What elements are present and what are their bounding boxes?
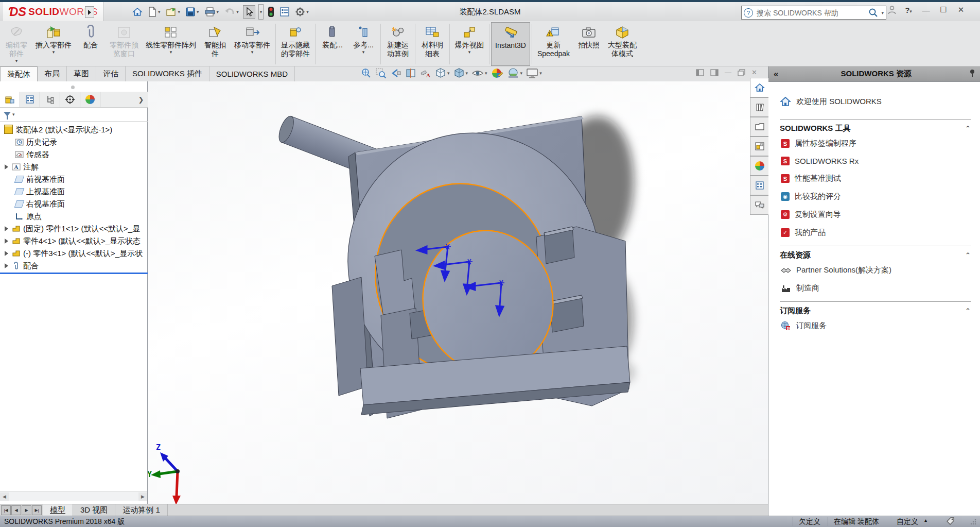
ribbon-edit-component[interactable]: 编辑零部件▾ (1, 22, 32, 66)
edit-appearance-button[interactable] (491, 67, 503, 79)
tab-sketch[interactable]: 草图 (67, 66, 96, 81)
expander-icon[interactable] (5, 263, 8, 268)
tab-configuration-manager[interactable] (40, 92, 60, 107)
tab-model[interactable]: 模型 (43, 504, 73, 516)
ribbon-insert-component[interactable]: 插入零部件▾ (32, 22, 75, 66)
ribbon-large-assembly-mode[interactable]: 大型装配体模式 (604, 22, 640, 66)
maximize-button[interactable]: ☐ (938, 5, 949, 14)
link-solidworks-rx[interactable]: SSOLIDWORKS Rx (781, 157, 971, 165)
tag-icon[interactable] (946, 517, 955, 527)
link-compare-my-score[interactable]: ◉比较我的评分 (781, 192, 971, 201)
link-performance-benchmark[interactable]: S性能基准测试 (781, 174, 971, 183)
panel-tabs-overflow[interactable]: ❯ (134, 92, 148, 107)
ribbon-component-preview[interactable]: 零部件预览窗口 (106, 22, 142, 66)
document-minimize-icon[interactable]: — (725, 69, 731, 76)
collapse-chevron-icon[interactable]: ⌃ (965, 307, 971, 315)
panel-collapse-handle[interactable] (71, 86, 75, 89)
welcome-link[interactable]: 欢迎使用 SOLIDWORKS (780, 96, 971, 107)
display-style-button[interactable]: ▾ (453, 67, 468, 79)
nav-prev-icon[interactable]: ◀ (11, 505, 21, 515)
scroll-left-icon[interactable]: ◀ (0, 492, 9, 501)
hide-show-caret[interactable]: ▾ (485, 71, 487, 76)
view-settings-caret[interactable]: ▾ (539, 71, 542, 76)
tree-item-front-plane[interactable]: 前视基准面 (0, 173, 148, 185)
tree-item-top-plane[interactable]: 上视基准面 (0, 185, 148, 198)
ribbon-linear-pattern[interactable]: 线性零部件阵列▾ (142, 22, 200, 66)
link-partner-solutions[interactable]: Partner Solutions(解决方案) (781, 265, 971, 275)
minimize-button[interactable]: — (921, 6, 931, 14)
tab-custom-properties[interactable] (750, 176, 768, 195)
link-subscription-services[interactable]: SW 订阅服务 (781, 321, 971, 331)
ribbon-reference-geometry[interactable]: 参考...▾ (348, 22, 379, 66)
tab-3d-views[interactable]: 3D 视图 (73, 504, 115, 516)
ribbon-mate[interactable]: 配合 (75, 22, 106, 66)
tree-item-origin[interactable]: 原点 (0, 210, 148, 223)
expander-icon[interactable] (5, 226, 8, 231)
section-view-button[interactable] (405, 67, 416, 79)
tree-item-sensors[interactable]: 传感器 (0, 148, 148, 161)
section-online-resources[interactable]: 在线资源 ⌃ (780, 250, 971, 260)
collapse-chevron-icon[interactable]: ⌃ (965, 125, 971, 132)
document-restore-icon[interactable] (738, 69, 745, 76)
link-manufacturers[interactable]: 制造商 (781, 283, 971, 293)
tab-evaluate[interactable]: 评估 (96, 66, 126, 81)
tab-feature-tree[interactable] (0, 92, 20, 107)
user-icon[interactable] (888, 5, 896, 14)
view-orientation-button[interactable]: ▾ (435, 67, 450, 79)
scroll-right-icon[interactable]: ▶ (138, 492, 147, 501)
tab-solidworks-addins[interactable]: SOLIDWORKS 插件 (126, 66, 209, 81)
previous-view-button[interactable] (390, 67, 401, 79)
tree-item-part3[interactable]: (-) 零件3<1> (默认<<默认>_显示状 (0, 247, 148, 260)
rollback-bar[interactable] (0, 273, 148, 274)
tab-dimxpert[interactable] (60, 92, 80, 107)
tree-root-assembly[interactable]: 装配体2 (默认<显示状态-1>) (0, 124, 148, 136)
search-scope-caret[interactable]: ▾ (881, 10, 884, 15)
tree-item-annotations[interactable]: A 注解 (0, 161, 148, 173)
tree-item-part1[interactable]: (固定) 零件1<1> (默认<<默认>_显 (0, 223, 148, 235)
close-button[interactable]: ✕ (956, 5, 966, 14)
collapse-chevron-icon[interactable]: ⌃ (965, 251, 971, 259)
ribbon-show-hidden-components[interactable]: 显示隐藏的零部件 (277, 22, 313, 66)
tree-item-right-plane[interactable]: 右视基准面 (0, 198, 148, 210)
tab-solidworks-resources[interactable] (750, 78, 768, 97)
tab-property-manager[interactable] (20, 92, 40, 107)
ribbon-update-speedpak[interactable]: 更新Speedpak (534, 22, 573, 66)
expander-icon[interactable] (5, 164, 8, 169)
nav-next-icon[interactable]: ▶ (22, 505, 31, 515)
view-orientation-caret[interactable]: ▾ (447, 71, 450, 76)
tree-horizontal-scrollbar[interactable]: ◀ ▶ (0, 491, 147, 501)
tab-assembly[interactable]: 装配体 (0, 66, 38, 81)
link-copy-settings-wizard[interactable]: ⚙复制设置向导 (781, 210, 971, 219)
pin-icon[interactable] (969, 69, 980, 79)
window-next-icon[interactable] (710, 69, 719, 76)
ribbon-bill-of-materials[interactable]: 材料明细表 (417, 22, 448, 66)
apply-scene-button[interactable]: ▾ (507, 67, 523, 79)
units-caret-icon[interactable]: ▴ (924, 517, 927, 523)
ribbon-smart-fasteners[interactable]: 智能扣件 (200, 22, 231, 66)
resize-grip[interactable] (970, 518, 977, 527)
view-settings-button[interactable]: ▾ (526, 67, 542, 79)
link-property-tab-builder[interactable]: S属性标签编制程序 (781, 139, 971, 148)
graphics-area[interactable]: Z Y X (148, 81, 768, 504)
tree-item-history[interactable]: 历史记录 (0, 136, 148, 148)
tab-solidworks-mbd[interactable]: SOLIDWORKS MBD (209, 66, 295, 81)
section-subscription-services[interactable]: 订阅服务 ⌃ (780, 306, 971, 316)
tree-filter-bar[interactable]: ▾ (0, 107, 148, 122)
search-icon[interactable] (868, 8, 879, 18)
ribbon-new-motion-study[interactable]: 新建运动算例 (382, 22, 413, 66)
tree-item-part4[interactable]: 零件4<1> (默认<<默认>_显示状态 (0, 235, 148, 247)
section-solidworks-tools[interactable]: SOLIDWORKS 工具 ⌃ (780, 124, 971, 133)
tab-design-library[interactable] (750, 97, 768, 117)
display-style-caret[interactable]: ▾ (466, 71, 468, 76)
zoom-to-fit-button[interactable] (360, 67, 372, 79)
tab-file-explorer[interactable] (750, 117, 768, 137)
ribbon-assembly-features[interactable]: 装配... (317, 22, 348, 66)
task-pane-collapse-button[interactable]: « (768, 69, 783, 79)
ribbon-move-component[interactable]: 移动零部件▾ (231, 22, 274, 66)
units-selector[interactable]: 自定义 (897, 517, 918, 526)
filter-caret[interactable]: ▾ (12, 112, 15, 117)
expander-icon[interactable] (5, 239, 8, 244)
ribbon-take-snapshot[interactable]: 拍快照 (573, 22, 604, 66)
document-close-icon[interactable]: ✕ (751, 69, 757, 76)
help-menu-button[interactable]: ?▾ (903, 6, 914, 14)
